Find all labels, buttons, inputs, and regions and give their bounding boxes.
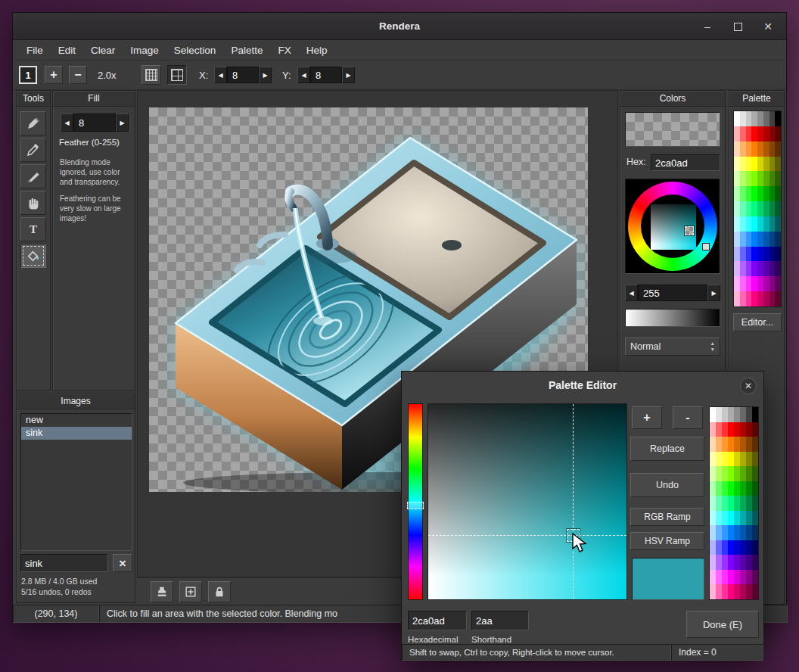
palette-swatch[interactable] xyxy=(752,525,758,540)
palette-swatch[interactable] xyxy=(710,496,716,511)
palette-swatch[interactable] xyxy=(746,126,752,142)
palette-swatch[interactable] xyxy=(746,437,752,452)
palette-swatch[interactable] xyxy=(728,481,734,496)
palette-swatch[interactable] xyxy=(746,422,752,437)
palette-swatch[interactable] xyxy=(740,216,746,232)
menu-palette[interactable]: Palette xyxy=(223,42,270,58)
palette-swatch[interactable] xyxy=(763,261,769,276)
feather-increment-button[interactable]: ▶ xyxy=(116,114,129,132)
palette-swatch[interactable] xyxy=(734,525,740,540)
palette-swatch[interactable] xyxy=(728,466,734,481)
palette-swatch[interactable] xyxy=(769,126,776,142)
grid-toggle-button[interactable] xyxy=(141,65,161,85)
palette-swatch[interactable] xyxy=(746,201,752,216)
image-list-item-new[interactable]: new xyxy=(21,414,132,427)
palette-swatch[interactable] xyxy=(751,216,757,232)
hue-slider-marker[interactable] xyxy=(407,502,424,509)
palette-swatch[interactable] xyxy=(710,555,716,570)
palette-swatch[interactable] xyxy=(740,291,746,306)
palette-swatch[interactable] xyxy=(740,540,746,555)
palette-swatch[interactable] xyxy=(722,570,728,585)
palette-swatch[interactable] xyxy=(746,247,752,262)
close-button[interactable]: ✕ xyxy=(759,17,777,36)
menu-help[interactable]: Help xyxy=(299,42,335,58)
minimize-button[interactable]: – xyxy=(698,17,717,36)
palette-swatch[interactable] xyxy=(757,171,763,186)
palette-swatch[interactable] xyxy=(716,584,722,599)
palette-swatch[interactable] xyxy=(746,291,752,306)
palette-swatch[interactable] xyxy=(775,276,781,291)
palette-swatch[interactable] xyxy=(763,247,769,262)
palette-swatch[interactable] xyxy=(728,511,734,526)
alpha-gradient-bar[interactable] xyxy=(625,309,720,327)
palette-swatch[interactable] xyxy=(752,422,758,437)
palette-swatch[interactable] xyxy=(740,126,746,142)
palette-swatch[interactable] xyxy=(734,186,740,201)
image-close-button[interactable]: ✕ xyxy=(113,554,132,572)
palette-swatch[interactable] xyxy=(734,466,740,481)
palette-swatch[interactable] xyxy=(746,525,752,540)
palette-swatch[interactable] xyxy=(775,186,781,201)
palette-swatch[interactable] xyxy=(734,511,740,526)
zoom-in-button[interactable]: + xyxy=(45,66,63,84)
palette-swatch[interactable] xyxy=(716,525,722,540)
palette-swatch[interactable] xyxy=(746,261,752,276)
palette-swatch[interactable] xyxy=(746,511,752,526)
palette-swatch[interactable] xyxy=(775,291,781,306)
palette-swatch[interactable] xyxy=(746,157,752,172)
feather-decrement-button[interactable]: ◀ xyxy=(61,114,73,132)
palette-swatch[interactable] xyxy=(752,496,758,511)
palette-swatch[interactable] xyxy=(763,171,769,186)
palette-swatch[interactable] xyxy=(734,422,740,437)
palette-swatch[interactable] xyxy=(746,481,752,496)
palette-swatch[interactable] xyxy=(775,247,781,262)
palette-swatch[interactable] xyxy=(751,111,757,126)
palette-swatch[interactable] xyxy=(769,216,776,232)
maximize-button[interactable] xyxy=(729,17,747,36)
grid-x-decrement-button[interactable]: ◀ xyxy=(214,67,227,83)
palette-swatch[interactable] xyxy=(751,171,757,186)
palette-swatch[interactable] xyxy=(710,570,716,585)
palette-swatch[interactable] xyxy=(734,201,740,216)
done-button[interactable]: Done (E) xyxy=(686,611,759,638)
image-name-input[interactable] xyxy=(20,554,108,572)
sv-square[interactable] xyxy=(427,403,627,600)
palette-swatch[interactable] xyxy=(734,126,740,142)
palette-swatch[interactable] xyxy=(740,422,746,437)
palette-swatch[interactable] xyxy=(734,291,740,306)
palette-swatch[interactable] xyxy=(763,142,769,157)
palette-swatch[interactable] xyxy=(775,261,781,276)
palette-swatch[interactable] xyxy=(728,555,734,570)
palette-swatch[interactable] xyxy=(763,126,769,142)
palette-swatch[interactable] xyxy=(769,247,776,262)
palette-swatch[interactable] xyxy=(757,111,763,126)
constrain-button[interactable] xyxy=(208,581,231,602)
palette-swatch[interactable] xyxy=(734,496,740,511)
palette-swatch[interactable] xyxy=(757,247,763,262)
palette-swatch[interactable] xyxy=(757,201,763,216)
palette-swatch[interactable] xyxy=(740,511,746,526)
palette-swatch[interactable] xyxy=(751,126,757,142)
palette-undo-button[interactable]: Undo xyxy=(630,473,704,497)
palette-swatch[interactable] xyxy=(763,291,769,306)
palette-swatch[interactable] xyxy=(722,584,728,599)
palette-swatch[interactable] xyxy=(734,216,740,232)
palette-swatch[interactable] xyxy=(716,437,722,452)
palette-swatch[interactable] xyxy=(763,186,769,201)
alpha-increment-button[interactable]: ▶ xyxy=(707,285,720,301)
palette-swatch[interactable] xyxy=(734,157,740,172)
alpha-decrement-button[interactable]: ◀ xyxy=(625,285,638,301)
grid-y-decrement-button[interactable]: ◀ xyxy=(297,67,310,83)
palette-swatch[interactable] xyxy=(740,525,746,540)
palette-swatch[interactable] xyxy=(763,111,769,126)
palette-swatch[interactable] xyxy=(710,452,716,467)
palette-swatch[interactable] xyxy=(716,570,722,585)
palette-swatch[interactable] xyxy=(716,540,722,555)
palette-swatch[interactable] xyxy=(769,111,776,126)
palette-swatch[interactable] xyxy=(752,540,758,555)
palette-swatch[interactable] xyxy=(740,555,746,570)
palette-swatch[interactable] xyxy=(722,481,728,496)
palette-swatch[interactable] xyxy=(752,481,758,496)
palette-swatch[interactable] xyxy=(769,157,776,172)
palette-swatch[interactable] xyxy=(751,157,757,172)
